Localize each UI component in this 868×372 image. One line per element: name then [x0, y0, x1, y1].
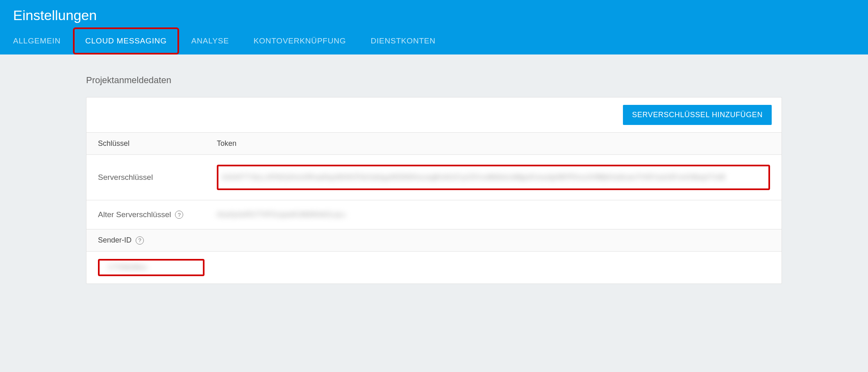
sender-id-highlight: 177036288xx — [98, 259, 205, 276]
add-server-key-button[interactable]: SERVERSCHLÜSSEL HINZUFÜGEN — [623, 105, 772, 125]
sender-id-value: 177036288xx — [108, 264, 147, 271]
row-label-server-key: Serverschlüssel — [98, 173, 217, 182]
sender-id-header: Sender-ID ? — [86, 229, 782, 252]
server-key-token: AAAAFTY3oLLAPA91bHnmHRnadHpyWlrWVPdsVqHp… — [222, 172, 725, 183]
content: Projektanmeldedaten SERVERSCHLÜSSEL HINZ… — [0, 54, 868, 300]
header: Einstellungen ALLGEMEIN CLOUD MESSAGING … — [0, 0, 868, 54]
server-key-label: Serverschlüssel — [98, 173, 153, 182]
tab-kontoverknuepfung[interactable]: KONTOVERKNÜPFUNG — [241, 27, 359, 54]
sender-id-row: 177036288xx — [86, 252, 782, 284]
tab-allgemein[interactable]: ALLGEMEIN — [13, 27, 73, 54]
tab-dienstkonten[interactable]: DIENSTKONTEN — [358, 27, 448, 54]
legacy-key-label: Alter Serverschlüssel — [98, 210, 171, 219]
sender-id-label: Sender-ID — [98, 236, 132, 245]
row-value: AIzaSyAxRG7THFGrujowKUMdNhhkGLqLo — [217, 211, 770, 218]
card-actions: SERVERSCHLÜSSEL HINZUFÜGEN — [86, 98, 782, 133]
tabs: ALLGEMEIN CLOUD MESSAGING ANALYSE KONTOV… — [0, 27, 868, 54]
legacy-key-token: AIzaSyAxRG7THFGrujowKUMdNhhkGLqLo — [217, 211, 345, 218]
column-key: Schlüssel — [98, 139, 217, 148]
table-row: Alter Serverschlüssel ? AIzaSyAxRG7THFGr… — [86, 200, 782, 229]
tab-cloud-messaging[interactable]: CLOUD MESSAGING — [73, 27, 179, 54]
page-title: Einstellungen — [0, 0, 868, 27]
server-key-token-highlight: AAAAFTY3oLLAPA91bHnmHRnadHpyWlrWVPdsVqHp… — [217, 165, 770, 190]
section-title: Projektanmeldedaten — [86, 75, 782, 86]
help-icon[interactable]: ? — [136, 236, 144, 245]
row-label-legacy-key: Alter Serverschlüssel ? — [98, 210, 217, 219]
help-icon[interactable]: ? — [175, 211, 183, 219]
tab-analyse[interactable]: ANALYSE — [179, 27, 241, 54]
row-value: AAAAFTY3oLLAPA91bHnmHRnadHpyWlrWVPdsVqHp… — [217, 165, 770, 190]
column-token: Token — [217, 139, 770, 148]
table-header: Schlüssel Token — [86, 133, 782, 155]
table-row: Serverschlüssel AAAAFTY3oLLAPA91bHnmHRna… — [86, 155, 782, 200]
credentials-card: SERVERSCHLÜSSEL HINZUFÜGEN Schlüssel Tok… — [86, 97, 782, 284]
